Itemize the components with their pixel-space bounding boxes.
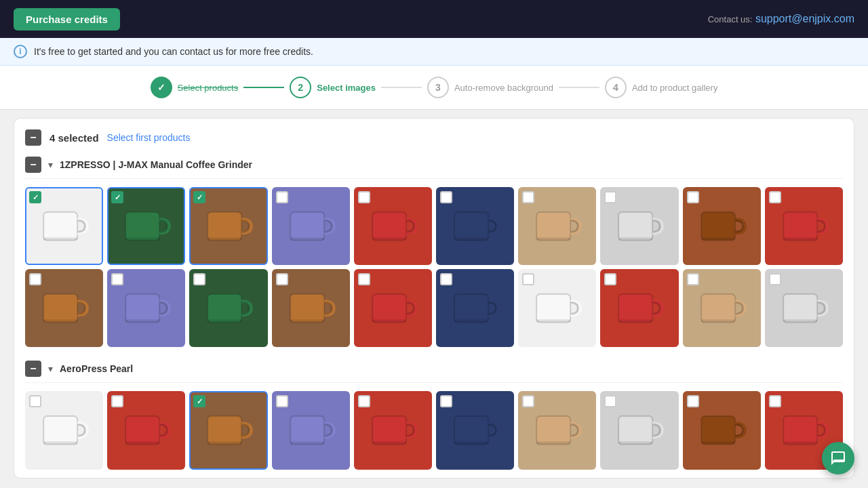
image-checkbox[interactable] bbox=[29, 395, 41, 407]
image-checkbox[interactable] bbox=[111, 191, 123, 203]
image-item[interactable] bbox=[518, 187, 596, 265]
image-checkbox[interactable] bbox=[440, 273, 452, 285]
svg-rect-49 bbox=[372, 442, 406, 445]
svg-rect-48 bbox=[372, 416, 406, 445]
image-item[interactable] bbox=[272, 391, 350, 469]
image-checkbox[interactable] bbox=[276, 395, 288, 407]
image-item[interactable] bbox=[25, 269, 103, 347]
image-checkbox[interactable] bbox=[522, 273, 534, 285]
image-checkbox[interactable] bbox=[358, 191, 370, 203]
image-checkbox[interactable] bbox=[111, 273, 123, 285]
image-checkbox[interactable] bbox=[687, 395, 699, 407]
image-item[interactable] bbox=[436, 269, 514, 347]
svg-rect-32 bbox=[536, 294, 570, 323]
image-checkbox[interactable] bbox=[358, 395, 370, 407]
svg-rect-35 bbox=[618, 319, 652, 322]
image-item[interactable] bbox=[25, 187, 103, 265]
image-checkbox[interactable] bbox=[687, 191, 699, 203]
image-item[interactable] bbox=[107, 391, 185, 469]
image-item[interactable] bbox=[436, 391, 514, 469]
image-item[interactable] bbox=[189, 269, 267, 347]
step-1: ✓ Select products bbox=[151, 77, 239, 98]
image-checkbox[interactable] bbox=[687, 273, 699, 285]
image-checkbox[interactable] bbox=[604, 395, 616, 407]
step-4-circle: 4 bbox=[605, 77, 627, 98]
svg-rect-26 bbox=[290, 294, 324, 323]
svg-rect-39 bbox=[783, 319, 817, 322]
image-item[interactable] bbox=[354, 187, 432, 265]
image-item[interactable] bbox=[189, 187, 267, 265]
image-checkbox[interactable] bbox=[193, 191, 205, 203]
image-item[interactable] bbox=[518, 269, 596, 347]
image-checkbox[interactable] bbox=[769, 191, 781, 203]
image-checkbox[interactable] bbox=[522, 191, 534, 203]
info-message: It's free to get started and you can con… bbox=[34, 46, 313, 57]
image-checkbox[interactable] bbox=[769, 273, 781, 285]
svg-rect-40 bbox=[43, 416, 77, 445]
product-group-1: − ▾ 1ZPRESSO | J-MAX Manual Coffee Grind… bbox=[25, 157, 843, 347]
image-checkbox[interactable] bbox=[604, 273, 616, 285]
svg-rect-4 bbox=[208, 212, 241, 241]
image-item[interactable] bbox=[600, 269, 678, 347]
image-item[interactable] bbox=[436, 187, 514, 265]
image-checkbox[interactable] bbox=[440, 395, 452, 407]
image-item[interactable] bbox=[518, 391, 596, 469]
image-checkbox[interactable] bbox=[29, 273, 41, 285]
group-2-chevron[interactable]: ▾ bbox=[48, 363, 53, 374]
group-1-deselect-button[interactable]: − bbox=[25, 157, 41, 173]
image-checkbox[interactable] bbox=[358, 273, 370, 285]
svg-rect-21 bbox=[43, 319, 77, 322]
image-checkbox[interactable] bbox=[276, 191, 288, 203]
group-2-deselect-button[interactable]: − bbox=[25, 361, 41, 377]
image-checkbox[interactable] bbox=[193, 273, 205, 285]
image-item[interactable] bbox=[272, 187, 350, 265]
deselect-all-button[interactable]: − bbox=[25, 129, 41, 146]
image-item[interactable] bbox=[272, 269, 350, 347]
image-item[interactable] bbox=[25, 391, 103, 469]
image-checkbox[interactable] bbox=[440, 191, 452, 203]
svg-rect-7 bbox=[290, 237, 324, 240]
select-first-link[interactable]: Select first products bbox=[107, 132, 191, 143]
image-item[interactable] bbox=[189, 391, 267, 469]
group-2-name: AeroPress Pearl bbox=[60, 363, 133, 374]
svg-rect-2 bbox=[125, 212, 159, 241]
connector-2-3 bbox=[381, 87, 422, 88]
svg-rect-36 bbox=[701, 294, 735, 323]
purchase-credits-button[interactable]: Purchase credits bbox=[14, 8, 120, 30]
image-checkbox[interactable] bbox=[604, 191, 616, 203]
image-checkbox[interactable] bbox=[29, 191, 41, 203]
header: Purchase credits Contact us: support@enj… bbox=[0, 0, 868, 38]
image-checkbox[interactable] bbox=[193, 395, 205, 407]
svg-rect-6 bbox=[290, 212, 324, 241]
image-checkbox[interactable] bbox=[276, 273, 288, 285]
image-item[interactable] bbox=[683, 187, 761, 265]
step-2-circle: 2 bbox=[290, 77, 311, 98]
group-1-chevron[interactable]: ▾ bbox=[48, 159, 53, 170]
connector-1-2 bbox=[243, 87, 284, 88]
step-2: 2 Select images bbox=[290, 77, 376, 98]
svg-rect-41 bbox=[43, 442, 77, 445]
image-item[interactable] bbox=[683, 269, 761, 347]
image-checkbox[interactable] bbox=[111, 395, 123, 407]
image-item[interactable] bbox=[765, 187, 843, 265]
image-checkbox[interactable] bbox=[769, 395, 781, 407]
image-item[interactable] bbox=[107, 187, 185, 265]
step-3-label: Auto-remove background bbox=[454, 83, 553, 93]
image-item[interactable] bbox=[683, 391, 761, 469]
chat-bubble-button[interactable] bbox=[822, 442, 854, 474]
svg-rect-16 bbox=[701, 212, 735, 241]
image-item[interactable] bbox=[765, 269, 843, 347]
group-2-image-grid bbox=[25, 391, 843, 469]
image-item[interactable] bbox=[354, 391, 432, 469]
image-item[interactable] bbox=[600, 187, 678, 265]
image-item[interactable] bbox=[107, 269, 185, 347]
contact-email-link[interactable]: support@enjpix.com bbox=[755, 13, 854, 24]
svg-rect-31 bbox=[454, 319, 488, 322]
product-panel: − 4 selected Select first products − ▾ 1… bbox=[14, 118, 854, 479]
image-item[interactable] bbox=[354, 269, 432, 347]
svg-rect-59 bbox=[783, 442, 817, 445]
step-2-label: Select images bbox=[317, 83, 376, 93]
image-item[interactable] bbox=[600, 391, 678, 469]
image-checkbox[interactable] bbox=[522, 395, 534, 407]
svg-rect-42 bbox=[125, 416, 159, 445]
